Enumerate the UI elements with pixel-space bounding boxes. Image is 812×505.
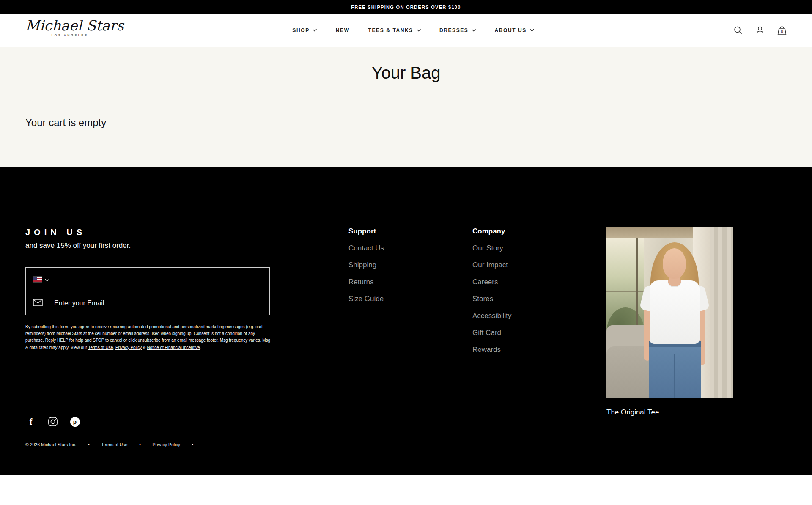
nav-label: ABOUT US bbox=[494, 27, 526, 33]
copyright-text: © 2026 Michael Stars Inc. bbox=[25, 442, 76, 447]
chevron-down-icon bbox=[416, 29, 421, 32]
page-title: Your Bag bbox=[0, 63, 812, 82]
announcement-banner: FREE SHIPPING ON ORDERS OVER $100 bbox=[0, 0, 812, 14]
legal-period: . bbox=[200, 345, 201, 350]
footer: JOIN US and save 15% off your first orde… bbox=[0, 167, 812, 475]
bullet-separator: • bbox=[139, 442, 140, 447]
chevron-down-icon bbox=[529, 29, 534, 32]
privacy-policy-bottom-link[interactable]: Privacy Policy bbox=[153, 442, 180, 447]
footer-link-accessibility[interactable]: Accessibility bbox=[472, 312, 512, 320]
logo-script: Michael Stars bbox=[25, 18, 114, 33]
nav-label: SHOP bbox=[292, 27, 309, 33]
footer-link-returns[interactable]: Returns bbox=[348, 278, 374, 286]
account-icon[interactable] bbox=[754, 25, 765, 36]
pinterest-icon[interactable]: p bbox=[69, 416, 80, 427]
pinterest-glyph: p bbox=[73, 419, 77, 425]
footer-link-rewards[interactable]: Rewards bbox=[472, 346, 501, 354]
featured-product-caption[interactable]: The Original Tee bbox=[606, 408, 659, 417]
chevron-down-icon bbox=[313, 29, 317, 32]
featured-product-image[interactable] bbox=[606, 227, 733, 398]
photo-white-tee bbox=[650, 280, 700, 344]
bullet-separator: • bbox=[192, 442, 193, 447]
logo-tagline: LOS ANGELES bbox=[25, 34, 114, 37]
nav-label: NEW bbox=[336, 27, 350, 33]
us-flag-icon bbox=[33, 277, 42, 282]
chevron-down-icon[interactable] bbox=[45, 276, 49, 283]
nav-item-new[interactable]: NEW bbox=[336, 27, 350, 33]
footer-link-gift-card[interactable]: Gift Card bbox=[472, 329, 501, 337]
page: FREE SHIPPING ON ORDERS OVER $100 Michae… bbox=[0, 0, 812, 505]
email-input[interactable] bbox=[54, 299, 269, 307]
support-heading: Support bbox=[348, 227, 376, 236]
photo-right-curtain bbox=[710, 227, 733, 398]
phone-field[interactable] bbox=[26, 268, 269, 291]
terms-of-use-bottom-link[interactable]: Terms of Use bbox=[102, 442, 128, 447]
bottom-strip bbox=[0, 475, 812, 505]
newsletter-signup-form bbox=[25, 267, 270, 315]
main-nav: SHOP NEW TEES & TANKS DRESSES ABOUT US bbox=[292, 14, 534, 47]
cart-section: Your Bag Your cart is empty bbox=[0, 47, 812, 167]
header-icons: 0 bbox=[732, 14, 787, 47]
divider bbox=[25, 103, 787, 103]
footer-link-contact-us[interactable]: Contact Us bbox=[348, 244, 384, 252]
footer-link-size-guide[interactable]: Size Guide bbox=[348, 295, 384, 303]
footer-link-stores[interactable]: Stores bbox=[472, 295, 493, 303]
announcement-text: FREE SHIPPING ON ORDERS OVER $100 bbox=[351, 5, 461, 10]
bullet-separator: • bbox=[88, 442, 89, 447]
legal-disclaimer: By submitting this form, you agree to re… bbox=[25, 324, 271, 351]
legal-separator: & bbox=[142, 345, 147, 350]
footer-link-our-impact[interactable]: Our Impact bbox=[472, 261, 508, 269]
footer-link-shipping[interactable]: Shipping bbox=[348, 261, 376, 269]
photo-jeans-seam bbox=[674, 354, 675, 398]
join-us-subheading: and save 15% off your first order. bbox=[25, 242, 131, 250]
mail-icon bbox=[33, 299, 43, 308]
footer-link-our-story[interactable]: Our Story bbox=[472, 244, 503, 252]
bag-icon[interactable]: 0 bbox=[776, 25, 787, 36]
nav-item-shop[interactable]: SHOP bbox=[292, 27, 317, 33]
instagram-icon[interactable] bbox=[47, 416, 58, 427]
notice-financial-incentive-link[interactable]: Notice of Financial Incentive bbox=[147, 345, 200, 350]
company-heading: Company bbox=[472, 227, 505, 236]
nav-label: TEES & TANKS bbox=[368, 27, 413, 33]
nav-item-about-us[interactable]: ABOUT US bbox=[494, 27, 534, 33]
cart-count-badge: 0 bbox=[776, 29, 787, 34]
terms-of-use-link[interactable]: Terms of Use bbox=[88, 345, 113, 350]
join-us-heading: JOIN US bbox=[25, 228, 86, 237]
footer-bottom-row: © 2026 Michael Stars Inc. • Terms of Use… bbox=[25, 442, 205, 447]
facebook-icon[interactable]: f bbox=[25, 416, 36, 427]
social-icons: f p bbox=[25, 416, 80, 427]
email-field-row bbox=[26, 291, 269, 315]
privacy-policy-link[interactable]: Privacy Policy bbox=[115, 345, 142, 350]
search-icon[interactable] bbox=[732, 25, 743, 36]
nav-item-dresses[interactable]: DRESSES bbox=[439, 27, 476, 33]
photo-model-jeans bbox=[649, 341, 701, 398]
empty-cart-message: Your cart is empty bbox=[25, 117, 106, 129]
pinterest-circle: p bbox=[70, 417, 80, 427]
footer-link-careers[interactable]: Careers bbox=[472, 278, 498, 286]
photo-model-face bbox=[663, 248, 686, 279]
logo[interactable]: Michael Stars LOS ANGELES bbox=[25, 18, 114, 37]
facebook-glyph: f bbox=[30, 417, 33, 427]
nav-item-tees-tanks[interactable]: TEES & TANKS bbox=[368, 27, 421, 33]
chevron-down-icon bbox=[471, 29, 476, 32]
header: Michael Stars LOS ANGELES SHOP NEW TEES … bbox=[0, 14, 812, 47]
nav-label: DRESSES bbox=[439, 27, 469, 33]
